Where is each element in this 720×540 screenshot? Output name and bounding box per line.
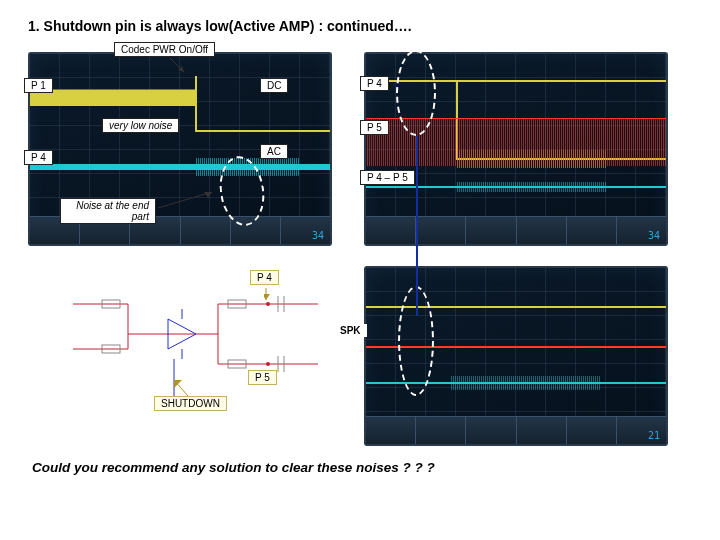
label-p4-right: P 4 [360, 76, 389, 91]
label-p4-left: P 4 [24, 150, 53, 165]
svg-point-17 [266, 362, 270, 366]
scope-readout-left: 34 [312, 230, 324, 241]
question-text: Could you recommend any solution to clea… [28, 460, 692, 475]
oscilloscope-row: 34 34 Codec PWR On/Off P 1 P 4 DC AC ver… [28, 48, 688, 258]
callout-shutdown: SHUTDOWN [154, 396, 227, 411]
label-ac: AC [260, 144, 288, 159]
label-noise-end: Noise at the end part [60, 198, 156, 224]
trace-cyan-r-noise [456, 182, 606, 192]
label-spk: SPK [334, 324, 367, 337]
svg-marker-3 [204, 192, 212, 198]
pointer-codec [168, 56, 188, 76]
connector-line [416, 136, 418, 316]
highlight-circle-top-right [396, 50, 436, 136]
callout-p4-schem: P 4 [250, 270, 279, 285]
trace-yellow-low [195, 130, 330, 132]
schematic-row: P 4 P 5 SPK SHUTDOWN 21 [28, 264, 688, 450]
scope-readout-right-bottom: 21 [648, 430, 660, 441]
scope-footer-b [366, 416, 666, 444]
label-very-low-noise: very low noise [102, 118, 179, 133]
label-dc: DC [260, 78, 288, 93]
svg-marker-19 [264, 294, 270, 300]
pointer-p4-schem [264, 286, 294, 306]
page-title: 1. Shutdown pin is always low(Active AMP… [28, 18, 692, 34]
label-p5-right: P 5 [360, 120, 389, 135]
label-p1: P 1 [24, 78, 53, 93]
svg-marker-21 [174, 380, 182, 388]
trace-cyan-b-noise [450, 376, 600, 390]
scope-readout-right-top: 34 [648, 230, 660, 241]
callout-p5-schem: P 5 [248, 370, 277, 385]
trace-yellow-fall [195, 76, 197, 132]
label-codec-pwr: Codec PWR On/Off [114, 42, 215, 57]
scope-footer-r [366, 216, 666, 244]
label-p4-p5: P 4 – P 5 [360, 170, 415, 185]
pointer-noise-end [156, 188, 216, 218]
svg-line-2 [158, 192, 212, 208]
